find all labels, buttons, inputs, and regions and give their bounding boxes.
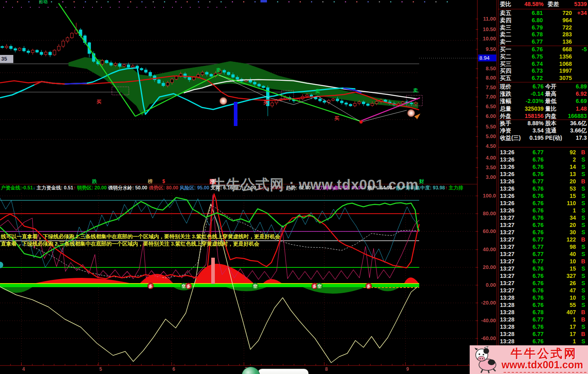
quote-info-row: 换手8.88%股本36.6亿	[498, 120, 588, 127]
svg-text:-20.00: -20.00	[481, 300, 496, 306]
weibi-label: 委比	[498, 0, 521, 8]
time-sales-row: 13:276.7630S	[498, 229, 588, 236]
svg-text:9.50: 9.50	[486, 46, 496, 52]
weicha-value: 5339	[568, 0, 588, 8]
svg-text:6.00: 6.00	[486, 113, 496, 119]
time-sales-row: 13:276.77122B	[498, 236, 588, 243]
quote-info-row: 净资3.54流通3.66亿	[498, 127, 588, 134]
svg-text:卖: 卖	[315, 88, 320, 94]
svg-text:0.00: 0.00	[486, 282, 496, 288]
ask-level-row[interactable]: 卖五6.81720+34	[498, 10, 588, 17]
mini-tab-财[interactable]: 财	[419, 179, 424, 184]
svg-text:-60.00: -60.00	[481, 335, 496, 341]
time-sales-row: 13:266.7792B	[498, 149, 588, 156]
svg-text:多: 多	[313, 284, 317, 288]
svg-text:买: 买	[263, 100, 268, 105]
tdx-trading-app-window: 45678911.0010.5010.009.508.508.007.507.0…	[0, 0, 588, 374]
time-sales-row: 13:266.7720B	[498, 178, 588, 185]
time-sales-row: 13:276.7615S	[498, 265, 588, 272]
time-sales-row: 13:276.7620S	[498, 221, 588, 229]
ask-level-row[interactable]: 卖三6.79722	[498, 24, 588, 32]
svg-text:60.00: 60.00	[483, 228, 496, 234]
time-sales-row: 13:276.7647S	[498, 287, 588, 294]
svg-text:多: 多	[187, 284, 191, 288]
svg-text:8: 8	[325, 366, 328, 372]
quote-info-row: 收益(三)0.195PE(动)17.3	[498, 134, 588, 141]
quote-info-row: 外盘158156内盘166883	[498, 112, 588, 120]
top-indicator-strip: 自动	[0, 0, 477, 10]
strategy-annotation-2: 直拿着，下绿线必须跑 2.三条线都集中在底部的一个区域内，要特别关注 3.紫红色…	[1, 240, 259, 248]
svg-text:买: 买	[97, 99, 101, 105]
svg-text:7.00: 7.00	[486, 94, 496, 100]
svg-text:4: 4	[22, 366, 25, 372]
bid-level-row[interactable]: 买二6.751356	[498, 53, 588, 61]
weicha-label: 委差	[544, 0, 568, 8]
svg-text:40.00: 40.00	[483, 246, 496, 252]
logo-divider	[504, 372, 586, 373]
ask-level-row[interactable]: 卖一6.77136	[498, 38, 588, 46]
time-sales-row: 13:266.762S	[498, 156, 588, 163]
time-sales-row: 13:286.7610S	[498, 294, 588, 301]
svg-text:8.00: 8.00	[486, 75, 496, 81]
time-sales-row: 13:276.7626S	[498, 279, 588, 287]
bid-level-row[interactable]: 买五6.723075	[498, 75, 588, 82]
quote-info-row: 总量325039量比1.48	[498, 105, 588, 112]
svg-text:80.00: 80.00	[483, 210, 496, 216]
svg-text:20.00: 20.00	[483, 264, 496, 270]
auto-label: 自动	[39, 0, 48, 5]
svg-text:10.00: 10.00	[483, 36, 496, 42]
header-part: 主力排	[447, 185, 463, 191]
logo-site-url: www.tdx001.com	[498, 359, 587, 371]
svg-text:4.00: 4.00	[486, 155, 496, 161]
svg-text:11.00: 11.00	[483, 16, 496, 22]
time-sales-row: 13:276.76327S	[498, 272, 588, 279]
left-cut-label: 35	[0, 55, 13, 63]
bid-level-row[interactable]: 买四6.731997	[498, 67, 588, 75]
svg-text:9: 9	[406, 366, 409, 372]
svg-text:空: 空	[317, 284, 321, 288]
svg-text:6: 6	[172, 366, 175, 372]
time-sales-row: 13:286.7655S	[498, 301, 588, 309]
mini-tab-$[interactable]: $	[162, 179, 165, 184]
bid-level-row[interactable]: 买一6.76668-5	[498, 46, 588, 53]
time-sales-row: 13:286.78407B	[498, 309, 588, 316]
ask-level-row[interactable]: 卖二6.78283	[498, 31, 588, 38]
header-part: 弱势区: 20.00	[76, 185, 107, 191]
svg-text:10.50: 10.50	[483, 26, 496, 32]
quote-info-row: 涨跌-0.14最高6.92	[498, 90, 588, 97]
time-sales-row: 13:266.7653S	[498, 185, 588, 192]
time-sales-row: 13:276.7740S	[498, 250, 588, 258]
svg-text:-40.00: -40.00	[481, 317, 496, 324]
header-part: 主力资金线: 0.51	[35, 185, 73, 191]
svg-text:3.50: 3.50	[486, 164, 496, 170]
site-logo-banner[interactable]: 牛牛公式网 www.tdx001.com	[470, 345, 588, 374]
time-sales-row: 13:276.7710B	[498, 258, 588, 265]
mini-tab-跌[interactable]: 跌	[92, 179, 97, 184]
time-sales-row: 13:266.7614S	[498, 163, 588, 170]
svg-text:8.50: 8.50	[486, 65, 496, 71]
ask-levels[interactable]: 卖五6.81720+34卖四6.80964卖三6.79722卖二6.78283卖…	[498, 10, 588, 46]
svg-text:卖: 卖	[216, 67, 221, 73]
weibi-row: 委比 48.58% 委差 5339	[498, 0, 588, 8]
quote-info-block: 现价6.76今开6.89涨跌-0.14最高6.92涨幅-2.03%最低6.69总…	[498, 83, 588, 142]
svg-text:空: 空	[182, 284, 186, 288]
time-sales-row: 13:276.7798S	[498, 243, 588, 250]
time-sales-row: 13:266.7613S	[498, 170, 588, 178]
svg-text:空: 空	[253, 284, 257, 288]
time-sales-row: 13:266.761S	[498, 207, 588, 214]
floating-toolbar-pill[interactable]	[258, 369, 309, 374]
last-price-tag: 8.94	[478, 55, 499, 61]
svg-text:3.00: 3.00	[486, 174, 496, 180]
svg-text:买: 买	[334, 116, 339, 121]
header-part: 风险区: 95.00	[178, 185, 210, 191]
time-sales-row: 13:286.7617S	[498, 323, 588, 330]
time-sales-row: 13:286.761S	[498, 338, 588, 345]
svg-text:卖: 卖	[413, 88, 418, 93]
mini-tab-榜[interactable]: 榜	[148, 179, 153, 184]
bid-level-row[interactable]: 买三6.741068	[498, 61, 588, 68]
header-part: 户资金线:-0.51	[1, 185, 33, 191]
bid-levels[interactable]: 买一6.76668-5买二6.751356买三6.741068买四6.73199…	[498, 46, 588, 82]
ask-level-row[interactable]: 卖四6.80964	[498, 17, 588, 24]
weibi-value: 48.58%	[521, 0, 544, 8]
time-sales-list[interactable]: 13:266.7792B13:266.762S13:266.7614S13:26…	[498, 149, 588, 345]
